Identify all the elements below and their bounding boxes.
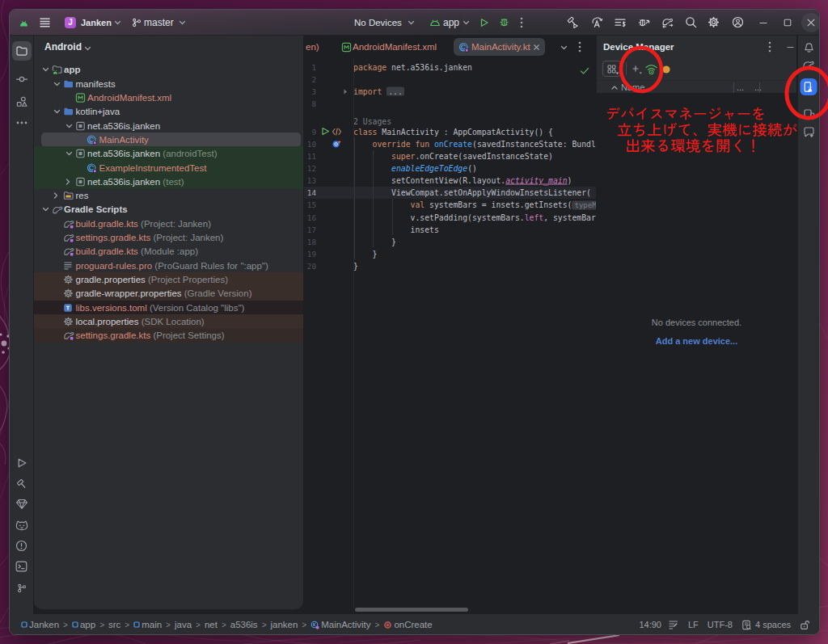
- add-new-device-link[interactable]: Add a new device...: [597, 336, 796, 346]
- tree-row[interactable]: build.gradle.kts (Module :app): [34, 244, 303, 259]
- caret-position[interactable]: 14:90: [639, 620, 661, 629]
- breadcrumb-item[interactable]: java: [175, 620, 192, 629]
- device-manager-hide-icon[interactable]: [786, 43, 795, 52]
- run-button[interactable]: [479, 18, 489, 27]
- tree-row[interactable]: Gradle Scripts: [34, 202, 303, 217]
- project-name[interactable]: Janken: [81, 18, 112, 27]
- breadcrumb-item[interactable]: a536is: [230, 620, 258, 629]
- tree-row[interactable]: MainActivity: [34, 133, 303, 147]
- stripe-running-devices[interactable]: [799, 105, 818, 124]
- settings-button[interactable]: [708, 16, 720, 28]
- tab-mainactivity[interactable]: MainActivity.kt: [454, 38, 545, 56]
- device-selector[interactable]: No Devices: [354, 18, 402, 27]
- stripe-gemini[interactable]: [799, 123, 818, 142]
- tree-row[interactable]: gradle.properties (Project Properties): [34, 272, 303, 287]
- stripe-terminal[interactable]: [12, 557, 32, 576]
- account-button[interactable]: [732, 16, 744, 28]
- branch-name[interactable]: master: [144, 17, 174, 28]
- tree-row[interactable]: net.a536is.janken (androidTest): [34, 146, 303, 161]
- chevron-down-icon[interactable]: [53, 82, 61, 86]
- gutter-markup-icon[interactable]: [332, 128, 342, 136]
- breadcrumb-item[interactable]: MainActivity: [310, 620, 370, 629]
- tree-row[interactable]: libs.versions.toml (Version Catalog "lib…: [34, 301, 303, 315]
- editor-options-icon[interactable]: [578, 41, 581, 53]
- chevron-down-icon[interactable]: [42, 207, 49, 212]
- run-config-chevron-icon[interactable]: [463, 20, 470, 25]
- stripe-build[interactable]: [12, 474, 32, 494]
- clipped-tab[interactable]: en): [306, 42, 319, 52]
- fold-arrow-icon[interactable]: [343, 88, 349, 95]
- tree-row[interactable]: net.a536is.janken (test): [34, 175, 303, 189]
- main-menu-icon[interactable]: [40, 18, 50, 27]
- tree-row[interactable]: settings.gradle.kts (Project Settings): [34, 328, 303, 343]
- close-button[interactable]: [807, 18, 815, 27]
- stripe-version-control[interactable]: [12, 579, 32, 598]
- project-view-selector[interactable]: Android: [44, 41, 82, 53]
- device-manager-options-icon[interactable]: [768, 41, 771, 53]
- tree-row[interactable]: kotlin+java: [34, 104, 303, 119]
- more-run-options[interactable]: [520, 17, 523, 28]
- column-more-1[interactable]: ...: [737, 82, 744, 92]
- stripe-resource-manager[interactable]: [12, 92, 32, 112]
- chevron-right-icon[interactable]: [53, 192, 58, 200]
- breadcrumb-item[interactable]: net: [205, 620, 218, 629]
- inspections-ok-icon[interactable]: [580, 67, 589, 75]
- tree-row[interactable]: ExampleInstrumentedTest: [34, 161, 303, 175]
- chevron-down-icon[interactable]: [53, 109, 61, 114]
- add-device-button[interactable]: [632, 65, 643, 74]
- stripe-more[interactable]: [12, 113, 32, 133]
- pair-wifi-button[interactable]: [644, 63, 658, 75]
- run-configuration[interactable]: app: [443, 17, 459, 28]
- breadcrumb-item[interactable]: onCreate: [383, 620, 432, 629]
- search-everywhere-button[interactable]: [685, 16, 697, 28]
- column-more-2[interactable]: ...: [754, 82, 762, 92]
- tree-row[interactable]: settings.gradle.kts (Project: Janken): [34, 230, 303, 245]
- tree-row[interactable]: build.gradle.kts (Project: Janken): [34, 217, 303, 231]
- chevron-down-icon[interactable]: [42, 67, 49, 72]
- gutter-override-icon[interactable]: [332, 139, 341, 149]
- minimize-button[interactable]: [759, 18, 767, 27]
- tree-row[interactable]: app: [34, 62, 303, 77]
- tree-row[interactable]: proguard-rules.pro (ProGuard Rules for "…: [34, 259, 303, 273]
- gutter-run-icon[interactable]: [321, 127, 330, 136]
- breadcrumb-item[interactable]: main: [133, 620, 162, 629]
- tree-row[interactable]: AndroidManifest.xml: [34, 90, 303, 105]
- stripe-gradle[interactable]: [799, 55, 818, 74]
- tab-close-icon[interactable]: [533, 44, 540, 51]
- breadcrumb-item[interactable]: janken: [270, 620, 298, 629]
- chevron-down-icon[interactable]: [65, 124, 73, 128]
- tree-row[interactable]: local.properties (SDK Location): [34, 314, 303, 329]
- tree-row[interactable]: gradle-wrapper.properties (Gradle Versio…: [34, 286, 303, 301]
- chevron-down-icon[interactable]: [65, 151, 73, 156]
- code-area[interactable]: 1package net.a536is.janken23import ...82…: [304, 58, 596, 614]
- reader-mode-icon[interactable]: [668, 620, 679, 629]
- maximize-button[interactable]: [784, 18, 792, 27]
- profiler-sessions-button[interactable]: [614, 16, 627, 29]
- indent-style[interactable]: 4 spaces: [741, 620, 791, 630]
- branch-chevron-icon[interactable]: [179, 20, 186, 25]
- project-avatar[interactable]: J: [65, 17, 76, 28]
- stripe-app-quality-insights[interactable]: [12, 495, 32, 514]
- stripe-device-manager[interactable]: [801, 78, 817, 95]
- tree-row[interactable]: res: [34, 188, 303, 203]
- tree-row[interactable]: manifests: [34, 77, 303, 91]
- chevron-right-icon[interactable]: [65, 178, 70, 185]
- editor-hscrollbar[interactable]: [355, 608, 468, 612]
- sort-arrow-icon[interactable]: [611, 86, 618, 90]
- file-encoding[interactable]: UTF-8: [708, 620, 733, 629]
- stripe-commit[interactable]: [12, 69, 32, 89]
- breadcrumb-item[interactable]: app: [72, 620, 95, 629]
- lock-status[interactable]: [800, 620, 810, 630]
- tree-row[interactable]: net.a536is.janken: [34, 119, 303, 133]
- stripe-project[interactable]: [12, 41, 32, 61]
- tab-androidmanifest[interactable]: AndroidManifest.xml: [353, 42, 437, 52]
- profiler-button[interactable]: [590, 16, 603, 29]
- project-chevron-icon[interactable]: [114, 20, 121, 25]
- line-ending[interactable]: LF: [688, 620, 699, 629]
- breadcrumb-item[interactable]: src: [108, 620, 120, 629]
- attach-debugger-button[interactable]: [637, 16, 650, 29]
- stripe-run[interactable]: [12, 453, 32, 473]
- device-selector-chevron-icon[interactable]: [408, 20, 415, 25]
- build-run-button[interactable]: [566, 16, 579, 29]
- tabs-list-chevron-icon[interactable]: [560, 45, 568, 50]
